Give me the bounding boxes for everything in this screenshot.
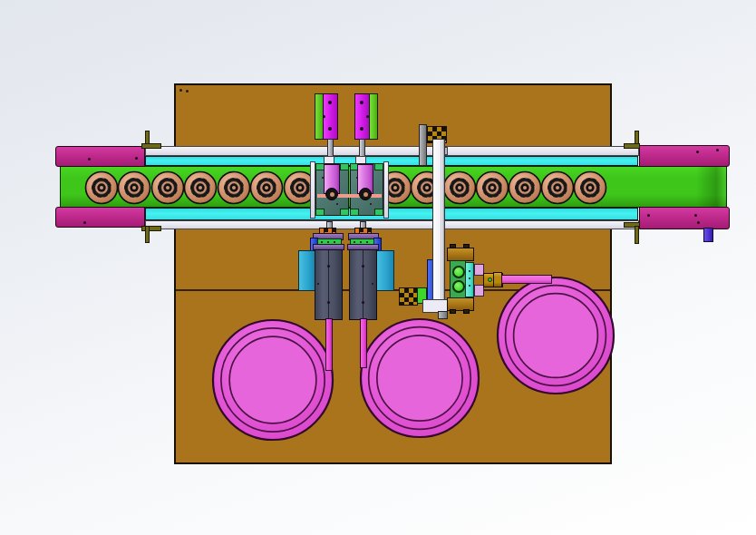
guide-wheel-bottom[interactable] xyxy=(452,280,465,293)
arm-hub-pin xyxy=(488,277,492,282)
roller-unit-plate-top xyxy=(447,248,474,261)
guide-wheel-top[interactable] xyxy=(452,266,465,278)
pick-stem-right[interactable] xyxy=(360,318,367,368)
calibration-block-bottom[interactable] xyxy=(399,287,418,306)
turntable-disc[interactable] xyxy=(213,320,333,440)
pick-stem-left[interactable] xyxy=(325,318,333,371)
turntable-disc[interactable] xyxy=(361,319,479,437)
rail-screw xyxy=(469,270,470,272)
turntable-disc[interactable] xyxy=(498,277,614,394)
linear-slide-bar[interactable] xyxy=(432,139,445,313)
roller-unit-tab xyxy=(463,309,470,314)
turntable-discs xyxy=(0,0,756,535)
roller-unit-rail xyxy=(465,262,474,297)
cad-viewport[interactable] xyxy=(0,0,756,535)
roller-unit-tab xyxy=(450,309,456,314)
roller-unit-tab xyxy=(450,244,456,248)
guide-post[interactable] xyxy=(419,124,427,166)
disc-drive-arm[interactable] xyxy=(501,275,552,284)
roller-unit-tab xyxy=(463,244,470,248)
slide-foot-tip xyxy=(438,311,448,319)
rail-screw xyxy=(469,285,470,287)
rail-screw xyxy=(469,277,470,279)
